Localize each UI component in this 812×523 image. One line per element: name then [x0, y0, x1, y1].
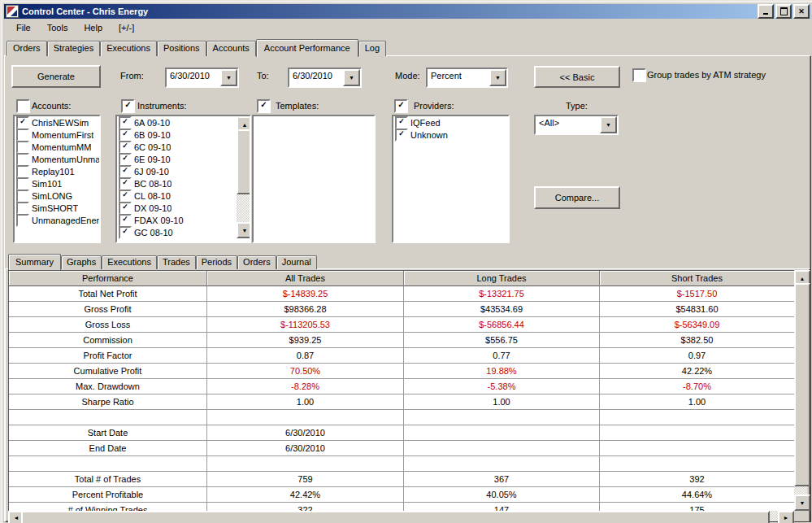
- scrollbar-thumb[interactable]: [21, 511, 770, 523]
- menu-item-tools[interactable]: Tools: [39, 20, 76, 35]
- from-date-combo[interactable]: 6/30/2010 ▼: [165, 68, 239, 88]
- provider-item[interactable]: ✓IQFeed: [393, 116, 508, 129]
- account-checkbox[interactable]: [16, 214, 29, 227]
- subtab-journal[interactable]: Journal: [276, 255, 317, 269]
- instrument-item[interactable]: ✓6B 09-10: [117, 129, 237, 141]
- horizontal-scrollbar[interactable]: ◄ ►: [8, 511, 794, 521]
- provider-item[interactable]: ✓Unknown: [393, 129, 508, 141]
- tab-log[interactable]: Log: [358, 41, 386, 56]
- type-dropdown-button[interactable]: ▼: [600, 116, 617, 133]
- account-checkbox[interactable]: [16, 202, 29, 215]
- instrument-item[interactable]: ✓CL 08-10: [117, 190, 237, 202]
- instrument-item[interactable]: ✓6C 09-10: [117, 141, 237, 153]
- generate-button[interactable]: Generate: [11, 65, 101, 88]
- provider-checkbox[interactable]: ✓: [395, 129, 408, 142]
- subtab-executions[interactable]: Executions: [102, 255, 157, 269]
- account-checkbox[interactable]: [16, 190, 29, 203]
- tab-positions[interactable]: Positions: [157, 41, 206, 56]
- mode-combo[interactable]: Percent ▼: [426, 68, 508, 88]
- account-checkbox[interactable]: ✓: [16, 116, 29, 129]
- tab-executions[interactable]: Executions: [100, 41, 157, 56]
- subtab-graphs[interactable]: Graphs: [61, 255, 102, 269]
- subtab-orders[interactable]: Orders: [237, 255, 276, 269]
- compare-button[interactable]: Compare...: [534, 186, 620, 209]
- close-button[interactable]: ✕: [793, 4, 810, 19]
- to-label: To:: [257, 71, 269, 81]
- instrument-checkbox[interactable]: ✓: [119, 116, 132, 129]
- maximize-button[interactable]: [775, 4, 792, 19]
- accounts-filter-checkbox[interactable]: [16, 99, 30, 113]
- minimize-button[interactable]: [758, 4, 774, 19]
- account-item[interactable]: MomentumMM: [15, 141, 99, 153]
- instrument-checkbox[interactable]: ✓: [119, 129, 132, 142]
- arrow-up-icon: ▲: [242, 122, 248, 128]
- to-dropdown-button[interactable]: ▼: [343, 69, 360, 86]
- providers-list[interactable]: ✓IQFeed✓Unknown: [392, 115, 510, 243]
- account-checkbox[interactable]: [16, 153, 29, 166]
- instrument-checkbox[interactable]: ✓: [119, 153, 132, 166]
- mode-dropdown-button[interactable]: ▼: [489, 69, 506, 86]
- scroll-down-button[interactable]: ▼: [794, 495, 810, 511]
- instrument-item[interactable]: ✓GC 08-10: [117, 226, 237, 238]
- tab-account-performance[interactable]: Account Performance: [256, 39, 358, 57]
- subtab-trades[interactable]: Trades: [157, 255, 196, 269]
- account-item[interactable]: SimLONG: [15, 190, 99, 202]
- instrument-item[interactable]: ✓FDAX 09-10: [117, 214, 237, 226]
- instrument-item[interactable]: ✓6A 09-10: [117, 116, 237, 129]
- instruments-list[interactable]: ▲ ▼ ✓6A 09-10✓6B 09-10✓6C 09-10✓6E 09-10…: [115, 115, 251, 243]
- basic-button[interactable]: << Basic: [534, 66, 620, 88]
- account-checkbox[interactable]: [16, 165, 29, 178]
- menu-item-help[interactable]: Help: [76, 20, 111, 35]
- instruments-scrollbar[interactable]: ▲ ▼: [237, 116, 250, 238]
- instrument-checkbox[interactable]: ✓: [119, 226, 132, 239]
- row-label: Cumulative Profit: [9, 364, 207, 379]
- instrument-checkbox[interactable]: ✓: [119, 165, 132, 178]
- tab-orders[interactable]: Orders: [7, 41, 47, 56]
- account-checkbox[interactable]: [16, 129, 29, 142]
- scroll-right-button[interactable]: ►: [778, 511, 794, 523]
- account-label: UnmanagedEnerg: [32, 216, 99, 225]
- group-trades-checkbox[interactable]: [632, 68, 646, 82]
- title-bar[interactable]: Control Center - Chris Energy ✕: [4, 4, 811, 19]
- account-item[interactable]: ✓ChrisNEWSim: [15, 116, 99, 129]
- to-date-combo[interactable]: 6/30/2010 ▼: [288, 68, 362, 88]
- scrollbar-thumb[interactable]: [794, 283, 810, 486]
- instrument-item[interactable]: ✓BC 08-10: [117, 177, 237, 190]
- account-item[interactable]: MomentumUnmar: [15, 153, 99, 165]
- performance-table[interactable]: PerformanceAll TradesLong TradesShort Tr…: [8, 270, 796, 512]
- subtab-summary[interactable]: Summary: [8, 254, 61, 270]
- scroll-down-button[interactable]: ▼: [237, 222, 251, 238]
- account-item[interactable]: SimSHORT: [15, 202, 99, 214]
- instrument-item[interactable]: ✓6J 09-10: [117, 165, 237, 177]
- scrollbar-thumb[interactable]: [237, 129, 251, 194]
- type-combo[interactable]: <All> ▼: [534, 115, 619, 135]
- accounts-list[interactable]: ✓ChrisNEWSimMomentumFirstMomentumMMMomen…: [13, 115, 101, 243]
- instrument-checkbox[interactable]: ✓: [119, 214, 132, 227]
- menu-item-item[interactable]: [+/-]: [111, 20, 142, 35]
- instrument-checkbox[interactable]: ✓: [119, 202, 132, 215]
- instrument-checkbox[interactable]: ✓: [119, 177, 132, 190]
- provider-checkbox[interactable]: ✓: [395, 116, 408, 129]
- tab-strategies[interactable]: Strategies: [47, 41, 101, 56]
- tab-accounts[interactable]: Accounts: [206, 41, 256, 56]
- account-checkbox[interactable]: [16, 177, 29, 190]
- instrument-item[interactable]: ✓6E 09-10: [117, 153, 237, 165]
- instrument-checkbox[interactable]: ✓: [119, 141, 132, 154]
- providers-filter-checkbox[interactable]: ✓: [394, 99, 408, 113]
- account-item[interactable]: UnmanagedEnerg: [15, 214, 99, 226]
- cell-value: $98366.28: [207, 302, 404, 317]
- templates-list[interactable]: [252, 115, 376, 243]
- account-checkbox[interactable]: [16, 141, 29, 154]
- cell-value: $-13321.75: [404, 286, 600, 302]
- instrument-item[interactable]: ✓DX 09-10: [117, 202, 237, 214]
- table-vertical-scrollbar[interactable]: ▲ ▼: [794, 270, 807, 511]
- from-dropdown-button[interactable]: ▼: [220, 69, 237, 86]
- instruments-filter-checkbox[interactable]: ✓: [121, 99, 135, 113]
- account-item[interactable]: MomentumFirst: [15, 129, 99, 141]
- subtab-periods[interactable]: Periods: [196, 255, 237, 269]
- account-item[interactable]: Sim101: [15, 177, 99, 190]
- account-item[interactable]: Replay101: [15, 165, 99, 177]
- menu-item-file[interactable]: File: [8, 20, 39, 35]
- instrument-checkbox[interactable]: ✓: [119, 190, 132, 203]
- templates-filter-checkbox[interactable]: ✓: [257, 99, 271, 113]
